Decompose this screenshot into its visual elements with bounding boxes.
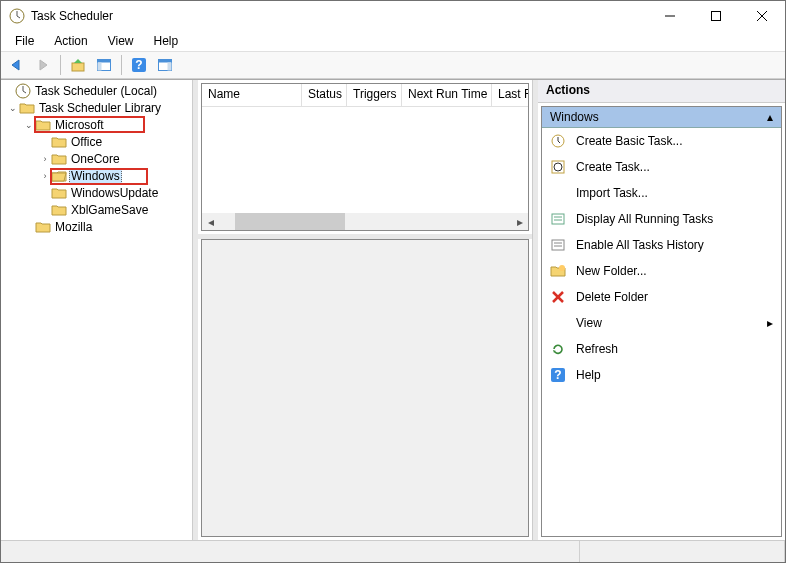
folder-icon [51,202,67,218]
forward-button[interactable] [31,53,55,77]
show-hide-action-button[interactable] [153,53,177,77]
action-label: Refresh [576,342,618,356]
action-label: Create Basic Task... [576,134,683,148]
folder-icon [35,117,51,133]
column-status[interactable]: Status [302,84,347,106]
help-icon: ? [550,367,566,383]
tree-root[interactable]: Task Scheduler (Local) [1,82,192,99]
tree-label: Office [69,135,104,149]
tree-label: Task Scheduler Library [37,101,163,115]
tree-label: OneCore [69,152,122,166]
expander-open-icon[interactable]: ⌄ [7,103,19,113]
app-window: Task Scheduler File Action View Help ? [0,0,786,563]
tree-microsoft[interactable]: ⌄ Microsoft [1,116,192,133]
column-triggers[interactable]: Triggers [347,84,402,106]
expander-closed-icon[interactable]: › [39,154,51,164]
action-delete-folder[interactable]: Delete Folder [542,284,781,310]
tree-office[interactable]: Office [1,133,192,150]
action-create-basic-task[interactable]: Create Basic Task... [542,128,781,154]
menu-file[interactable]: File [7,33,42,49]
svg-text:?: ? [135,58,142,72]
maximize-button[interactable] [693,1,739,31]
tree-mozilla[interactable]: Mozilla [1,218,192,235]
chevron-right-icon: ▸ [767,316,773,330]
column-next-run[interactable]: Next Run Time [402,84,492,106]
toolbar-separator [121,55,122,75]
refresh-icon [550,341,566,357]
help-button[interactable]: ? [127,53,151,77]
horizontal-scrollbar[interactable]: ◂ ▸ [202,213,528,230]
expander-open-icon[interactable]: ⌄ [23,120,35,130]
action-enable-history[interactable]: Enable All Tasks History [542,232,781,258]
actions-context-label: Windows [550,110,599,124]
tree-windows[interactable]: › Windows [1,167,192,184]
task-list-body [202,107,528,213]
menu-view[interactable]: View [100,33,142,49]
close-button[interactable] [739,1,785,31]
titlebar: Task Scheduler [1,1,785,31]
menu-action[interactable]: Action [46,33,95,49]
window-title: Task Scheduler [31,9,647,23]
action-label: Help [576,368,601,382]
svg-rect-8 [98,63,102,71]
action-view-submenu[interactable]: View ▸ [542,310,781,336]
action-help[interactable]: ? Help [542,362,781,388]
scroll-right-icon[interactable]: ▸ [511,213,528,230]
detail-pane [201,239,529,537]
action-label: Delete Folder [576,290,648,304]
folder-open-icon [51,168,67,184]
center-pane: Name Status Triggers Next Run Time Last … [198,80,533,540]
folder-icon [51,134,67,150]
actions-pane: Actions Windows ▴ Create Basic Task... C… [538,80,785,540]
task-list[interactable]: Name Status Triggers Next Run Time Last … [201,83,529,231]
show-hide-tree-button[interactable] [92,53,116,77]
tree-label: Microsoft [53,118,106,132]
folder-icon [51,151,67,167]
tree-xblgamesave[interactable]: XblGameSave [1,201,192,218]
tree-label: Windows [69,168,122,184]
delete-icon [550,289,566,305]
svg-rect-21 [552,240,564,250]
column-name[interactable]: Name [202,84,302,106]
list-icon [550,211,566,227]
new-folder-icon [550,263,566,279]
tree-onecore[interactable]: › OneCore [1,150,192,167]
svg-text:?: ? [554,368,561,382]
wizard-icon [550,133,566,149]
up-button[interactable] [66,53,90,77]
status-segment [580,541,785,562]
action-label: Enable All Tasks History [576,238,704,252]
window-controls [647,1,785,31]
tree-windowsupdate[interactable]: WindowsUpdate [1,184,192,201]
back-button[interactable] [5,53,29,77]
folder-icon [19,100,35,116]
expander-closed-icon[interactable]: › [39,171,51,181]
tree-pane[interactable]: Task Scheduler (Local) ⌄ Task Scheduler … [1,80,193,540]
scroll-left-icon[interactable]: ◂ [202,213,219,230]
column-last-run[interactable]: Last Ru [492,84,528,106]
actions-context-bar[interactable]: Windows ▴ [542,107,781,128]
folder-icon [51,185,67,201]
action-import-task[interactable]: Import Task... [542,180,781,206]
status-segment [1,541,580,562]
action-create-task[interactable]: Create Task... [542,154,781,180]
menu-help[interactable]: Help [146,33,187,49]
menubar: File Action View Help [1,31,785,51]
svg-rect-5 [72,63,84,71]
scroll-thumb[interactable] [235,213,345,230]
tree-library[interactable]: ⌄ Task Scheduler Library [1,99,192,116]
tree-label: Mozilla [53,220,94,234]
tree-label: WindowsUpdate [69,186,160,200]
svg-rect-18 [552,214,564,224]
tree-label: Task Scheduler (Local) [33,84,159,98]
action-new-folder[interactable]: New Folder... [542,258,781,284]
collapse-icon[interactable]: ▴ [767,110,773,124]
minimize-button[interactable] [647,1,693,31]
action-label: Display All Running Tasks [576,212,713,226]
action-display-running[interactable]: Display All Running Tasks [542,206,781,232]
app-clock-icon [9,8,25,24]
action-refresh[interactable]: Refresh [542,336,781,362]
statusbar [1,540,785,562]
action-label: View [576,316,602,330]
tree-label: XblGameSave [69,203,150,217]
